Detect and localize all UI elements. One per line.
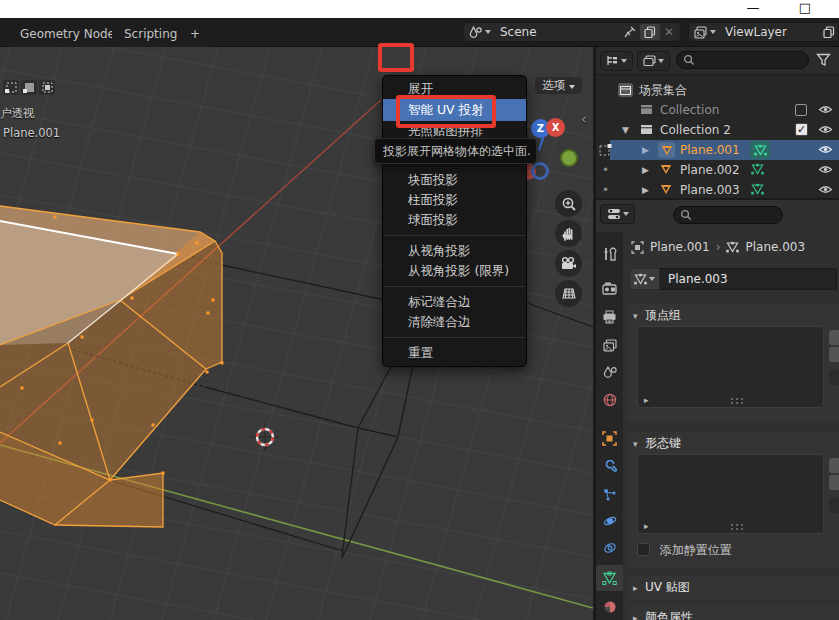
- tab-modifiers[interactable]: [596, 454, 623, 480]
- breadcrumb-separator: ›: [716, 240, 721, 254]
- mesh-data-icon[interactable]: [750, 141, 770, 159]
- uv-maps-panel[interactable]: ▸UV 贴图: [627, 576, 839, 600]
- new-tab-button[interactable]: +: [178, 22, 212, 47]
- select-new-icon[interactable]: [3, 80, 19, 95]
- menu-item-reset[interactable]: 重置: [383, 343, 526, 363]
- object-row-plane-002[interactable]: • ▶ Plane.002: [596, 160, 839, 180]
- zoom-button[interactable]: [555, 190, 582, 217]
- menu-item-sphere-projection[interactable]: 球面投影: [383, 210, 526, 230]
- expand-arrow-icon[interactable]: ▶: [642, 140, 654, 160]
- resize-grip[interactable]: [731, 398, 747, 403]
- datablock-name-field[interactable]: Plane.003: [660, 268, 837, 290]
- viewport-options-button[interactable]: 选项: [535, 77, 582, 94]
- remove-shape-key-button[interactable]: [829, 475, 839, 490]
- color-attributes-panel[interactable]: ▸颜色属性: [627, 606, 839, 620]
- viewlayer-selector[interactable]: ViewLayer: [688, 22, 839, 42]
- gizmo-y-ball[interactable]: [560, 149, 578, 167]
- tab-particles[interactable]: [596, 482, 623, 508]
- menu-item-cube-projection[interactable]: 块面投影: [383, 170, 526, 190]
- minimize-button[interactable]: —: [738, 0, 768, 18]
- collection-2-row[interactable]: ▼ Collection 2 ✓: [596, 120, 839, 140]
- tab-render[interactable]: [596, 275, 623, 301]
- vertex-group-specials-button[interactable]: [829, 370, 839, 385]
- menu-item-cylinder-projection[interactable]: 柱面投影: [383, 190, 526, 210]
- tab-material[interactable]: [596, 594, 623, 620]
- shape-key-specials-button[interactable]: [829, 498, 839, 513]
- pin-icon[interactable]: [623, 26, 636, 39]
- pan-hand-button[interactable]: [555, 220, 582, 247]
- scene-selector[interactable]: Scene ✕: [463, 22, 681, 42]
- properties-panel: Plane.001 › Plane.003 Plane.003 ▾顶点组 ▸: [595, 198, 839, 620]
- eye-icon[interactable]: [818, 183, 833, 196]
- selected-mesh[interactable]: [0, 206, 224, 527]
- camera-view-button[interactable]: [555, 250, 582, 277]
- breadcrumb: Plane.001 › Plane.003: [631, 240, 805, 254]
- collection-row[interactable]: Collection: [596, 100, 839, 120]
- scene-collection-row[interactable]: 场景集合: [596, 80, 839, 100]
- add-vertex-group-button[interactable]: [829, 330, 839, 345]
- blender-window: — □ Geometry Nodes Scripting + Scene ✕: [0, 0, 839, 620]
- add-shape-key-button[interactable]: [829, 458, 839, 473]
- menu-item-unwrap[interactable]: 展开: [383, 79, 526, 99]
- object-row-plane-003[interactable]: • ▶ Plane.003: [596, 180, 839, 200]
- select-subtract-icon[interactable]: [39, 80, 55, 95]
- expand-arrow-icon[interactable]: ▶: [642, 160, 654, 180]
- active-object-label: Plane.001: [3, 126, 60, 140]
- menu-item-project-from-view[interactable]: 从视角投影: [383, 241, 526, 261]
- tab-output[interactable]: [596, 304, 623, 330]
- eye-icon[interactable]: [818, 103, 833, 116]
- orthographic-grid-button[interactable]: [555, 280, 582, 307]
- mesh-datablock-dropdown[interactable]: [629, 268, 660, 290]
- menu-item-clear-seam[interactable]: 清除缝合边: [383, 312, 526, 332]
- new-viewlayer-button[interactable]: [823, 26, 835, 38]
- object-icon: [631, 241, 644, 254]
- properties-search-input[interactable]: [673, 206, 783, 224]
- filter-icon[interactable]: [816, 53, 831, 67]
- editor-type-dropdown[interactable]: [600, 51, 633, 71]
- expand-arrow-icon[interactable]: ▼: [622, 120, 634, 140]
- gizmo-x-ball[interactable]: X: [546, 118, 565, 137]
- menu-item-smart-uv-project[interactable]: 智能 UV 投射: [383, 99, 526, 121]
- resize-grip[interactable]: [731, 524, 747, 529]
- shape-keys-list[interactable]: ▸: [637, 454, 824, 534]
- display-mode-dropdown[interactable]: [637, 51, 670, 71]
- expand-arrow-icon[interactable]: ▶: [642, 180, 654, 200]
- maximize-button[interactable]: □: [790, 0, 820, 18]
- menu-item-project-from-view-bounds[interactable]: 从视角投影 (限界): [383, 261, 526, 281]
- eye-icon[interactable]: [818, 143, 833, 156]
- tab-world[interactable]: [596, 387, 623, 413]
- gizmo-y-neg-ball[interactable]: [531, 162, 549, 180]
- tab-tool[interactable]: [596, 241, 623, 267]
- add-rest-position-checkbox[interactable]: [637, 543, 650, 556]
- eye-icon[interactable]: [818, 163, 833, 176]
- unlink-scene-button[interactable]: ✕: [664, 25, 674, 39]
- mesh-data-icon[interactable]: [751, 183, 764, 195]
- breadcrumb-data[interactable]: Plane.003: [745, 240, 805, 254]
- include-checkbox[interactable]: ✓: [795, 123, 808, 136]
- tab-physics[interactable]: [596, 508, 623, 534]
- tab-object-data[interactable]: [596, 565, 623, 591]
- shape-keys-header[interactable]: ▾形态键: [627, 432, 839, 454]
- properties-editor-type-dropdown[interactable]: [600, 204, 635, 224]
- vertex-groups-list[interactable]: ▸: [637, 326, 824, 408]
- new-scene-button[interactable]: [640, 24, 660, 40]
- list-expand-arrow[interactable]: ▸: [644, 521, 656, 531]
- select-extend-icon[interactable]: [21, 80, 37, 95]
- topbar: Geometry Nodes Scripting + Scene ✕ ViewL…: [0, 18, 839, 47]
- object-row-plane-001[interactable]: ▶ Plane.001: [610, 140, 839, 160]
- remove-vertex-group-button[interactable]: [829, 347, 839, 362]
- mesh-data-icon[interactable]: [751, 163, 764, 175]
- breadcrumb-object[interactable]: Plane.001: [650, 240, 710, 254]
- tab-view-layer[interactable]: [596, 332, 623, 358]
- sidebar-collapse-arrow[interactable]: ‹: [581, 111, 587, 127]
- uv-menu-dropdown: 展开 智能 UV 投射 光照贴图拼排 块面投影 柱面投影 球面投影 从视角投影 …: [382, 75, 527, 367]
- tab-object[interactable]: [596, 425, 623, 451]
- tab-scene[interactable]: [596, 359, 623, 385]
- outliner-search-input[interactable]: [676, 51, 809, 69]
- tab-constraints[interactable]: [596, 535, 623, 561]
- list-expand-arrow[interactable]: ▸: [644, 395, 656, 405]
- menu-item-mark-seam[interactable]: 标记缝合边: [383, 292, 526, 312]
- eye-icon[interactable]: [818, 123, 833, 136]
- vertex-groups-header[interactable]: ▾顶点组: [627, 304, 839, 326]
- exclude-checkbox[interactable]: [795, 104, 807, 116]
